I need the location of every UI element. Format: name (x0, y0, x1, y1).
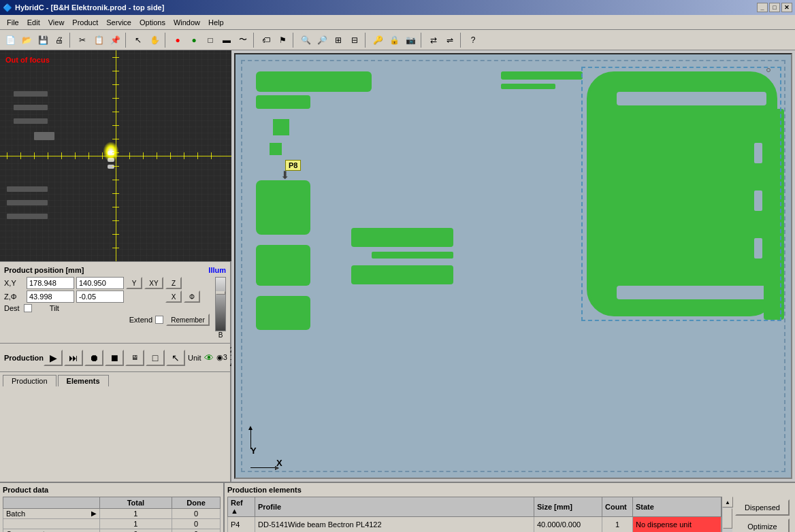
col-count[interactable]: Count (602, 497, 633, 517)
toolbar-flag[interactable]: ⚑ (275, 33, 290, 48)
title-bar: 🔷 HybridC - [B&H Elektronik.prod - top s… (0, 0, 795, 15)
toolbar-new[interactable]: 📄 (3, 33, 18, 48)
phi-value-input[interactable] (76, 290, 124, 303)
toolbar-tag[interactable]: 🏷 (259, 33, 274, 48)
menu-help[interactable]: Help (204, 17, 228, 28)
prod-skip[interactable]: ⏭ (64, 350, 83, 366)
col-state[interactable]: State (633, 497, 721, 517)
prod-screen[interactable]: 🖥 (125, 350, 144, 366)
toolbar-copy[interactable]: 📋 (91, 33, 106, 48)
col-header-done: Done (172, 497, 221, 509)
toolbar-wave[interactable]: 〜 (236, 33, 250, 48)
ref-p4: P4 (228, 517, 255, 533)
toolbar-hand[interactable]: ✋ (147, 33, 162, 48)
menu-edit[interactable]: Edit (23, 17, 44, 28)
toolbar-save[interactable]: 💾 (35, 33, 50, 48)
col-header-total: Total (99, 497, 172, 509)
scroll-thumb[interactable] (723, 508, 732, 529)
toolbar-paste[interactable]: 📌 (108, 33, 123, 48)
dest-label: Dest (4, 304, 20, 312)
p8-label: P8 (285, 160, 301, 171)
btn-x[interactable]: X (165, 290, 182, 303)
scroll-track (722, 508, 732, 532)
menu-options[interactable]: Options (135, 17, 169, 28)
state-p4: No dispense unit (633, 517, 721, 533)
illum-slider[interactable] (215, 277, 226, 331)
main-content: Out of focus Product position [mm] Illum… (0, 50, 795, 482)
toolbar-cursor[interactable]: ↖ (131, 33, 146, 48)
scroll-up-btn[interactable]: ▲ (722, 497, 733, 508)
prod-cursor[interactable]: ↖ (166, 350, 185, 366)
prod-stop[interactable]: ⏹ (105, 350, 124, 366)
camera-view: Out of focus (0, 50, 231, 261)
toolbar-zoom2[interactable]: 🔎 (314, 33, 329, 48)
menu-file[interactable]: File (3, 17, 23, 28)
close-button[interactable]: ✕ (781, 3, 792, 12)
z-value-input[interactable] (27, 290, 74, 303)
btn-z[interactable]: Z (165, 277, 182, 289)
col-ref[interactable]: Ref ▲ (228, 497, 255, 517)
prod-play[interactable]: ▶ (44, 350, 63, 366)
toolbar-rect[interactable]: □ (203, 33, 218, 48)
elements-scrollbar[interactable]: ▲ ▼ (721, 497, 732, 532)
toolbar-key[interactable]: 🔑 (370, 33, 385, 48)
y-axis-label: Y (250, 446, 257, 456)
count-p4: 1 (602, 517, 633, 533)
toolbar-sep8 (460, 33, 463, 48)
components-total: 0 (99, 529, 172, 533)
toolbar-camera[interactable]: 📷 (403, 33, 418, 48)
menu-window[interactable]: Window (169, 17, 204, 28)
toolbar-cut[interactable]: ✂ (75, 33, 90, 48)
dest-checkbox[interactable] (24, 304, 32, 312)
position-title: Product position [mm] Illum (4, 266, 226, 274)
menu-product[interactable]: Product (68, 17, 102, 28)
batch-arrow[interactable]: ▶ (91, 510, 97, 517)
product-data-table: Total Done Batch ▶ 1 0 1 0 (3, 497, 221, 532)
toolbar-open[interactable]: 📂 (19, 33, 34, 48)
menu-bar: File Edit View Product Service Options W… (0, 15, 795, 30)
menu-service[interactable]: Service (102, 17, 135, 28)
toolbar-print[interactable]: 🖨 (52, 33, 67, 48)
extend-checkbox[interactable] (155, 316, 163, 324)
minimize-button[interactable]: _ (757, 3, 768, 12)
toolbar-sep4 (253, 33, 256, 48)
toolbar-lock[interactable]: 🔒 (387, 33, 402, 48)
y-value-input[interactable] (76, 277, 124, 289)
app-icon: 🔷 (3, 3, 12, 12)
optimize-button[interactable]: Optimize (735, 518, 790, 532)
row2-label (3, 519, 100, 529)
btn-xy[interactable]: XY (144, 277, 163, 289)
bottom-panel: Product data Total Done Batch ▶ 1 0 (0, 482, 795, 532)
maximize-button[interactable]: □ (769, 3, 780, 12)
table-row[interactable]: P4 DD-5141Wide beam Bectron PL4122 40.00… (228, 517, 721, 533)
extend-label: Extend (129, 316, 152, 324)
col-size[interactable]: Size [mm] (534, 497, 602, 517)
menu-view[interactable]: View (44, 17, 69, 28)
batch-total: 1 (99, 509, 172, 519)
btn-phi[interactable]: Φ (184, 290, 200, 303)
toolbar-connect2[interactable]: ⇌ (442, 33, 457, 48)
toolbar-green-dot[interactable]: ● (186, 33, 201, 48)
btn-y[interactable]: Y (126, 277, 142, 289)
col-profile[interactable]: Profile (255, 497, 534, 517)
prod-counter: ◉3 (216, 353, 227, 362)
title-bar-buttons[interactable]: _ □ ✕ (757, 3, 792, 12)
x-value-input[interactable] (27, 277, 74, 289)
remember-button[interactable]: Remember (166, 314, 210, 326)
production-action-buttons: Dispensed Optimize Hide ✓ (732, 497, 792, 532)
tab-production[interactable]: Production (3, 375, 56, 386)
toolbar-red-dot[interactable]: ● (170, 33, 185, 48)
prod-rect[interactable]: □ (146, 350, 165, 366)
dispensed-button[interactable]: Dispensed (735, 499, 790, 516)
toolbar-grid[interactable]: ⊞ (331, 33, 346, 48)
origin-dot (275, 467, 278, 469)
toolbar-grid2[interactable]: ⊟ (347, 33, 362, 48)
tab-elements[interactable]: Elements (58, 375, 109, 386)
table-row: 1 0 (3, 519, 221, 529)
batch-label: Batch ▶ (3, 509, 100, 519)
toolbar-zoom[interactable]: 🔍 (298, 33, 313, 48)
prod-record[interactable]: ⏺ (84, 350, 103, 366)
toolbar-rect2[interactable]: ▬ (219, 33, 234, 48)
toolbar-connect[interactable]: ⇄ (426, 33, 441, 48)
toolbar-help[interactable]: ? (466, 33, 481, 48)
